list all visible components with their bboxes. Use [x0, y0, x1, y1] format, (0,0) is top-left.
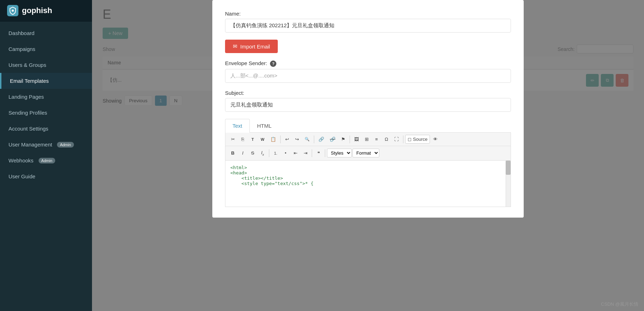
- app-name: gophish: [22, 6, 52, 15]
- envelope-icon: ✉: [233, 43, 237, 50]
- help-icon[interactable]: ?: [270, 61, 276, 67]
- import-label: Import Email: [240, 44, 270, 50]
- tab-html[interactable]: HTML: [250, 119, 279, 132]
- sidebar-item-label: Sending Profiles: [8, 110, 47, 116]
- subject-group: Subject:: [225, 90, 511, 112]
- import-email-button[interactable]: ✉ Import Email: [225, 40, 278, 53]
- link-button[interactable]: 🔗: [316, 135, 327, 144]
- sidebar-item-webhooks[interactable]: Webhooks Admin: [0, 152, 92, 168]
- editor-toolbar-row1: ✂ ⎘ T W 📋 ↩ ↪ 🔍 🔗 🔗 ⚑ 🖼: [225, 133, 511, 146]
- blockquote-button[interactable]: ❝: [314, 149, 323, 157]
- main-area: E + New Show Search: Name 【仿...: [92, 0, 644, 311]
- special-chars-button[interactable]: Ω: [382, 135, 391, 144]
- sidebar-item-label: Landing Pages: [8, 94, 44, 100]
- watermark: CSDN @風月长情: [601, 301, 638, 307]
- name-label: Name:: [225, 11, 511, 17]
- subject-input[interactable]: [225, 98, 511, 112]
- image-button[interactable]: 🖼: [352, 135, 361, 144]
- sidebar-item-landing-pages[interactable]: Landing Pages: [0, 89, 92, 105]
- html-line-3: <title></title>: [230, 175, 506, 181]
- styles-select[interactable]: Styles: [327, 149, 352, 157]
- html-line-1: <html>: [230, 165, 506, 170]
- unordered-list-button[interactable]: •: [281, 149, 290, 157]
- sidebar-item-users-groups[interactable]: Users & Groups: [0, 57, 92, 73]
- sidebar-item-label: Webhooks: [8, 157, 34, 163]
- name-group: Name:: [225, 11, 511, 33]
- editor-toolbar-row2: B I S Ix 1. • ⇤ ⇥ ❝ Styles: [225, 146, 511, 161]
- sidebar-item-label: Email Templates: [10, 78, 49, 84]
- list-button[interactable]: ≡: [372, 135, 381, 144]
- html-line-2: <head>: [230, 170, 506, 175]
- paste-button[interactable]: 📋: [268, 135, 278, 144]
- sidebar-item-label: Users & Groups: [8, 62, 46, 68]
- admin-badge-webhooks: Admin: [39, 158, 55, 163]
- scrollbar-thumb[interactable]: [506, 161, 511, 175]
- sidebar-item-account-settings[interactable]: Account Settings: [0, 121, 92, 137]
- scrollbar-track: [506, 161, 511, 207]
- paste-text-button[interactable]: T: [248, 136, 257, 143]
- sidebar-item-label: Dashboard: [8, 30, 34, 36]
- envelope-sender-group: Envelope Sender: ?: [225, 60, 511, 83]
- sep6: [312, 149, 312, 157]
- envelope-sender-input[interactable]: [225, 69, 511, 83]
- fullscreen-button[interactable]: ⛶: [392, 135, 401, 144]
- sidebar-item-label: Campaigns: [8, 46, 35, 52]
- sidebar-item-campaigns[interactable]: Campaigns: [0, 41, 92, 57]
- sep4: [403, 136, 403, 143]
- envelope-sender-label: Envelope Sender: ?: [225, 60, 511, 67]
- html-line-4: <style type="text/css">* {: [230, 181, 506, 186]
- strikethrough-button[interactable]: S: [248, 149, 257, 157]
- modal-overlay[interactable]: Name: ✉ Import Email Envelope Sender: ?: [92, 0, 644, 311]
- copy-button-tb[interactable]: ⎘: [238, 135, 247, 144]
- sidebar-item-user-management[interactable]: User Management Admin: [0, 137, 92, 152]
- sep1: [280, 136, 281, 143]
- sidebar-item-label: Account Settings: [8, 126, 48, 132]
- sidebar-item-label: User Guide: [8, 173, 35, 179]
- admin-badge: Admin: [57, 142, 74, 148]
- sep3: [350, 136, 350, 143]
- subject-label: Subject:: [225, 90, 511, 96]
- table-button[interactable]: ⊞: [362, 135, 371, 144]
- find-button[interactable]: 🔍: [302, 135, 312, 143]
- sidebar-item-label: User Management: [8, 142, 52, 148]
- sidebar: gophish Dashboard Campaigns Users & Grou…: [0, 0, 92, 311]
- indent-right-button[interactable]: ⇥: [301, 149, 310, 157]
- sidebar-item-dashboard[interactable]: Dashboard: [0, 25, 92, 41]
- format-select[interactable]: Format: [352, 149, 379, 157]
- sidebar-item-email-templates[interactable]: Email Templates: [0, 73, 92, 89]
- sep5: [269, 149, 269, 157]
- undo-button[interactable]: ↩: [282, 135, 292, 144]
- preview-button[interactable]: 👁: [431, 135, 440, 144]
- name-input[interactable]: [225, 19, 511, 33]
- sep7: [325, 149, 325, 157]
- tab-content: ✂ ⎘ T W 📋 ↩ ↪ 🔍 🔗 🔗 ⚑ 🖼: [225, 133, 511, 207]
- editor-tabs: Text HTML: [225, 119, 511, 133]
- sidebar-item-user-guide[interactable]: User Guide: [0, 168, 92, 184]
- tab-text[interactable]: Text: [225, 119, 250, 133]
- edit-template-modal: Name: ✉ Import Email Envelope Sender: ?: [212, 0, 524, 218]
- logo-icon: [7, 5, 18, 16]
- sidebar-nav: Dashboard Campaigns Users & Groups Email…: [0, 22, 92, 311]
- svg-point-1: [12, 10, 14, 12]
- cut-button[interactable]: ✂: [228, 135, 237, 144]
- italic2-button[interactable]: Ix: [258, 148, 267, 158]
- redo-button[interactable]: ↪: [292, 135, 301, 144]
- editor-content[interactable]: <html> <head> <title></title> <style typ…: [225, 161, 511, 207]
- editor-section: Text HTML ✂ ⎘ T W 📋 ↩: [225, 119, 511, 207]
- unlink-button[interactable]: 🔗: [327, 135, 338, 144]
- sidebar-item-sending-profiles[interactable]: Sending Profiles: [0, 105, 92, 121]
- source-icon: ◻: [408, 137, 412, 142]
- paste-word-button[interactable]: W: [258, 136, 267, 143]
- sep2: [314, 136, 314, 143]
- source-button[interactable]: ◻ Source: [405, 135, 430, 144]
- indent-left-button[interactable]: ⇤: [291, 149, 300, 157]
- ordered-list-button[interactable]: 1.: [271, 149, 280, 157]
- import-group: ✉ Import Email: [225, 40, 511, 53]
- italic-button[interactable]: I: [238, 149, 247, 157]
- sidebar-header: gophish: [0, 0, 92, 22]
- bold-button[interactable]: B: [228, 149, 237, 157]
- flag-button[interactable]: ⚑: [339, 135, 348, 144]
